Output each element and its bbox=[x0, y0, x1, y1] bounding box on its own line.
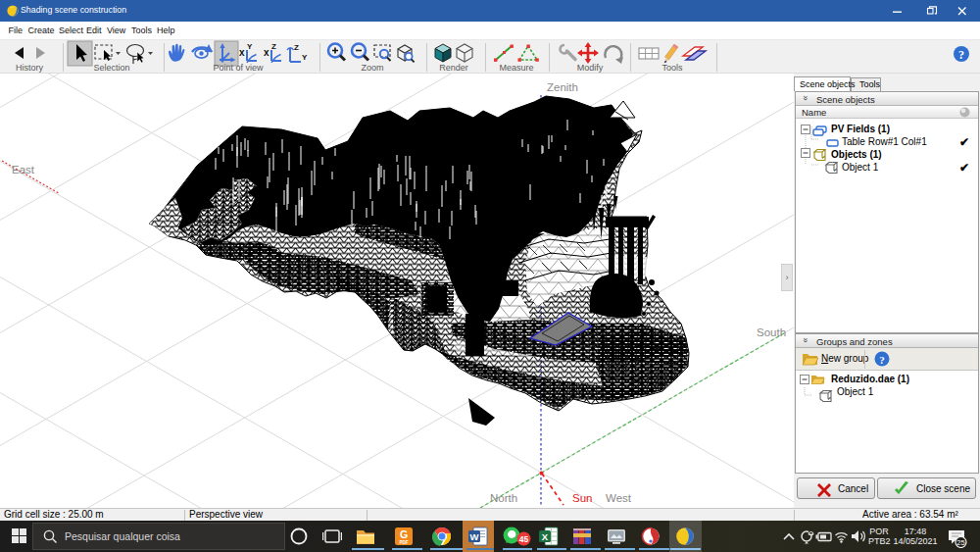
svg-text:?: ? bbox=[879, 354, 885, 366]
svg-text:X: X bbox=[542, 531, 549, 542]
svg-text:Z: Z bbox=[271, 42, 276, 51]
svg-text:South: South bbox=[757, 326, 786, 338]
svg-text:Y: Y bbox=[302, 53, 308, 62]
svg-text:Zenith: Zenith bbox=[547, 81, 578, 93]
svg-text:PDF: PDF bbox=[399, 540, 408, 545]
svg-text:x: x bbox=[239, 47, 245, 58]
svg-text:45: 45 bbox=[519, 534, 529, 544]
svg-text:North: North bbox=[490, 492, 517, 504]
svg-text:?: ? bbox=[958, 48, 964, 62]
svg-text:25: 25 bbox=[956, 538, 964, 547]
svg-text:West: West bbox=[606, 492, 632, 504]
svg-text:x: x bbox=[264, 47, 270, 58]
svg-text:G: G bbox=[400, 528, 408, 540]
svg-text:Sun: Sun bbox=[572, 492, 592, 504]
svg-text:W: W bbox=[470, 531, 479, 542]
svg-text:Z: Z bbox=[294, 43, 299, 52]
svg-text:East: East bbox=[12, 164, 35, 176]
svg-text:Y: Y bbox=[247, 42, 253, 51]
